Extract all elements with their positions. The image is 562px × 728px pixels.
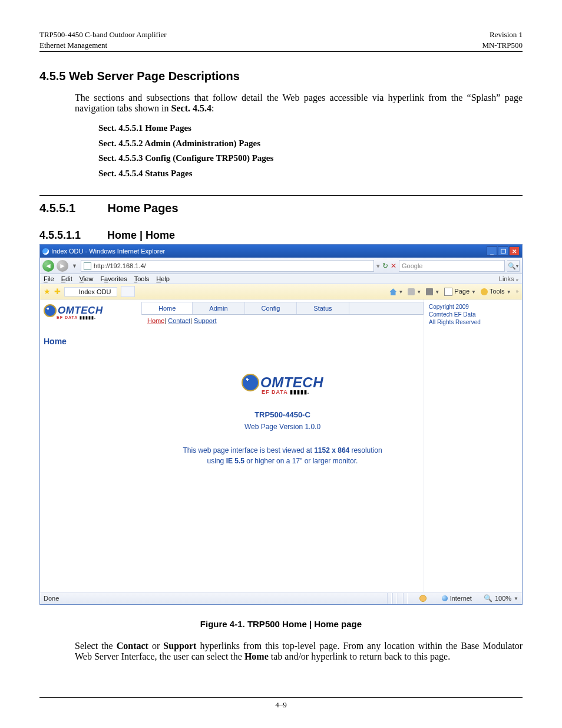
address-value: http://192.168.1.4/	[94, 262, 146, 269]
refresh-button[interactable]: ↻	[382, 262, 388, 270]
center-logo: OMTECH EF DATA ▮▮▮▮▮.	[242, 374, 323, 395]
toc-item-2: Sect. 4.5.5.2 Admin (Administration) Pag…	[98, 136, 523, 151]
page-tabs: Home Admin Config Status	[141, 302, 424, 315]
intro-text: The sections and subsections that follow…	[75, 93, 523, 113]
add-favorites-icon[interactable]: ✚	[54, 287, 61, 296]
search-button[interactable]: 🔍▾	[507, 260, 520, 272]
titlebar: Index ODU - Windows Internet Explorer _ …	[40, 245, 522, 258]
browser-requirements-note: This web page interface is best viewed a…	[183, 445, 382, 466]
search-input[interactable]: Google	[399, 260, 505, 272]
nav-back-button[interactable]: ◄	[42, 260, 54, 272]
doc-title-line2: Ethernet Management	[39, 40, 167, 51]
toc-list: Sect. 4.5.5.1 Home Pages Sect. 4.5.5.2 A…	[98, 121, 523, 181]
intro-colon: :	[211, 103, 214, 113]
doc-title-line1: TRP500-4450 C-band Outdoor Amplifier	[39, 29, 167, 40]
internet-zone-icon	[442, 595, 448, 601]
nav-history-dropdown[interactable]: ▼	[71, 263, 78, 269]
status-bar: Done Internet 🔍 100% ▼	[40, 592, 522, 604]
left-panel-title: Home	[40, 320, 141, 346]
nav-forward-button[interactable]: ►	[57, 260, 68, 272]
center-content: OMTECH EF DATA ▮▮▮▮▮. TRP500-4450-C Web …	[141, 350, 424, 592]
toc-item-1: Sect. 4.5.5.1 Home Pages	[98, 121, 523, 136]
tab-config[interactable]: Config	[245, 302, 297, 314]
heading-4-5-5-1: 4.5.5.1 Home Pages	[39, 202, 523, 215]
logo-text: OMTECH	[58, 305, 103, 317]
zoom-value: 100%	[495, 595, 511, 602]
page-content: OMTECH EF DATA ▮▮▮▮▮. Home Home Admin Co…	[40, 299, 522, 592]
subnav-support-link[interactable]: Support	[194, 317, 217, 324]
ie-icon	[42, 248, 49, 255]
globe-icon	[44, 304, 57, 317]
page-icon	[84, 262, 91, 270]
menu-edit[interactable]: Edit	[61, 275, 72, 282]
window-close-button[interactable]: ✕	[509, 246, 520, 256]
links-toolbar[interactable]: Links »	[499, 275, 518, 282]
window-restore-button[interactable]: ❐	[498, 246, 508, 256]
section-heading-4-5-5: 4.5.5 Web Server Page Descriptions	[39, 70, 523, 83]
magnifier-icon: 🔍	[484, 594, 492, 602]
tab-home[interactable]: Home	[142, 302, 193, 314]
copyright-line1: Copyright 2009	[429, 303, 517, 311]
right-column: Copyright 2009 Comtech EF Data All Right…	[424, 299, 522, 592]
heading-title: Home Pages	[108, 202, 178, 215]
address-input[interactable]: http://192.168.1.4/	[81, 260, 374, 272]
page-menu[interactable]: Page ▼	[444, 288, 476, 296]
menu-bar: File Edit View Favorites Tools Help Link…	[40, 274, 522, 284]
menu-favorites[interactable]: Favorites	[100, 275, 127, 282]
toolbar-overflow[interactable]: »	[516, 289, 518, 294]
divider	[39, 195, 523, 196]
browser-window: Index ODU - Windows Internet Explorer _ …	[39, 244, 523, 605]
address-dropdown[interactable]: ▾	[376, 262, 380, 270]
subnav-home-link[interactable]: Home	[147, 317, 164, 324]
doc-header: TRP500-4450 C-band Outdoor Amplifier Eth…	[39, 29, 523, 52]
print-button[interactable]: ▼	[426, 288, 439, 295]
doc-docnum: MN-TRP500	[482, 40, 523, 51]
copyright-line2: Comtech EF Data	[429, 311, 517, 318]
status-separator	[387, 593, 408, 604]
favorites-star-icon[interactable]: ★	[44, 287, 51, 296]
heading-title: Home | Home	[107, 229, 175, 241]
tools-icon	[481, 288, 488, 295]
zoom-control[interactable]: 🔍 100% ▼	[484, 594, 518, 602]
zone-label: Internet	[450, 595, 472, 602]
separator: |	[164, 317, 166, 324]
intro-sect-ref: Sect. 4.5.4	[171, 103, 211, 113]
security-zone[interactable]: Internet	[438, 595, 475, 602]
address-bar: ◄ ► ▼ http://192.168.1.4/ ▾ ↻ ✕ Google 🔍…	[40, 258, 522, 274]
figure-caption: Figure 4-1. TRP500 Home | Home page	[39, 619, 523, 629]
sub-nav: Home| Contact| Support	[141, 315, 424, 327]
toc-item-4: Sect. 4.5.5.4 Status Pages	[98, 166, 523, 182]
web-version: Web Page Version 1.0.0	[244, 423, 320, 431]
globe-icon	[242, 374, 259, 391]
feed-icon	[408, 288, 415, 295]
menu-file[interactable]: File	[44, 275, 54, 282]
logo-subtext: EF DATA	[262, 389, 287, 395]
intro-paragraph: The sections and subsections that follow…	[75, 93, 523, 114]
subnav-contact-link[interactable]: Contact	[168, 317, 190, 324]
window-title: Index ODU - Windows Internet Explorer	[51, 248, 165, 255]
menu-tools[interactable]: Tools	[134, 275, 150, 282]
page-icon	[444, 288, 452, 296]
tab-admin[interactable]: Admin	[193, 302, 244, 314]
warning-icon	[419, 595, 427, 602]
left-column: OMTECH EF DATA ▮▮▮▮▮. Home	[40, 299, 141, 592]
menu-view[interactable]: View	[80, 275, 94, 282]
tools-menu[interactable]: Tools ▼	[481, 288, 511, 295]
protected-mode-indicator[interactable]	[416, 595, 430, 602]
doc-revision: Revision 1	[482, 29, 523, 40]
menu-help[interactable]: Help	[156, 275, 170, 282]
new-tab-button[interactable]	[121, 286, 135, 297]
home-button[interactable]: ▼	[389, 288, 403, 295]
heading-number: 4.5.5.1	[39, 202, 104, 215]
feeds-button[interactable]: ▼	[408, 288, 421, 295]
stop-button[interactable]: ✕	[391, 262, 396, 270]
toc-item-3: Sect. 4.5.5.3 Config (Configure TRP500) …	[98, 151, 523, 166]
tab-status[interactable]: Status	[297, 302, 349, 314]
logo-subtext: EF DATA	[57, 315, 78, 319]
ie-icon	[71, 289, 77, 295]
page-footer: 4–9	[39, 697, 523, 710]
print-icon	[426, 288, 433, 295]
status-text: Done	[44, 595, 59, 602]
window-minimize-button[interactable]: _	[487, 246, 497, 256]
browser-tab[interactable]: Index ODU	[64, 287, 117, 297]
